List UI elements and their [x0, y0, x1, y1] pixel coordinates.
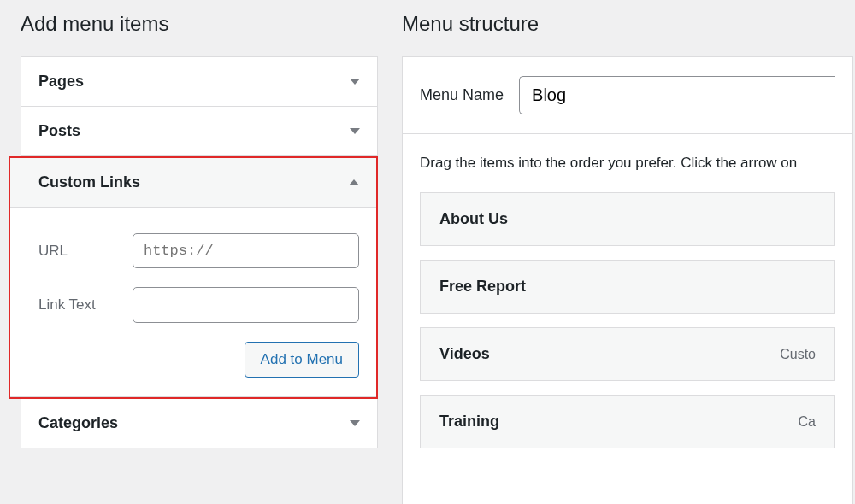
menu-item[interactable]: Videos Custo [420, 327, 835, 381]
url-input[interactable] [133, 233, 359, 268]
instructions-text: Drag the items into the order you prefer… [403, 134, 852, 192]
chevron-down-icon [350, 128, 360, 134]
add-menu-items-column: Add menu items Pages Posts Custom Links … [2, 2, 378, 502]
link-text-label: Link Text [38, 296, 133, 314]
menu-name-row: Menu Name [403, 57, 852, 134]
accordion-pages-label: Pages [38, 73, 84, 91]
add-menu-items-heading: Add menu items [21, 12, 378, 36]
menu-item-title: Training [439, 413, 499, 431]
accordion-posts-label: Posts [38, 122, 80, 140]
menu-item-title: Videos [439, 345, 490, 363]
menu-items-list: About Us Free Report Videos Custo Traini… [403, 192, 852, 448]
menu-item[interactable]: About Us [420, 192, 835, 246]
accordion-panel: Pages Posts Custom Links URL [21, 56, 378, 448]
menu-name-label: Menu Name [420, 86, 504, 104]
accordion-pages[interactable]: Pages [21, 57, 377, 107]
highlight-box: Custom Links URL Link Text Add to Menu [9, 156, 378, 399]
menu-structure-heading: Menu structure [402, 12, 853, 36]
custom-links-body: URL Link Text Add to Menu [10, 208, 376, 397]
menu-structure-panel: Menu Name Drag the items into the order … [402, 56, 853, 504]
accordion-categories[interactable]: Categories [21, 399, 377, 448]
url-label: URL [38, 243, 133, 260]
menu-item[interactable]: Training Ca [420, 395, 835, 448]
menu-item-type: Ca [799, 414, 816, 430]
menu-item-title: Free Report [439, 278, 526, 296]
chevron-up-icon [349, 179, 359, 185]
menu-item[interactable]: Free Report [420, 260, 835, 314]
add-to-menu-button[interactable]: Add to Menu [245, 342, 359, 378]
menu-name-input[interactable] [519, 76, 835, 114]
accordion-categories-label: Categories [38, 414, 118, 432]
chevron-down-icon [350, 420, 360, 426]
accordion-custom-links[interactable]: Custom Links [10, 158, 376, 208]
accordion-posts[interactable]: Posts [21, 107, 377, 156]
menu-structure-column: Menu structure Menu Name Drag the items … [402, 2, 853, 502]
menu-item-type: Custo [780, 347, 816, 362]
menu-item-title: About Us [439, 210, 508, 228]
link-text-input[interactable] [133, 287, 359, 323]
accordion-custom-links-label: Custom Links [38, 173, 140, 191]
chevron-down-icon [350, 79, 360, 85]
